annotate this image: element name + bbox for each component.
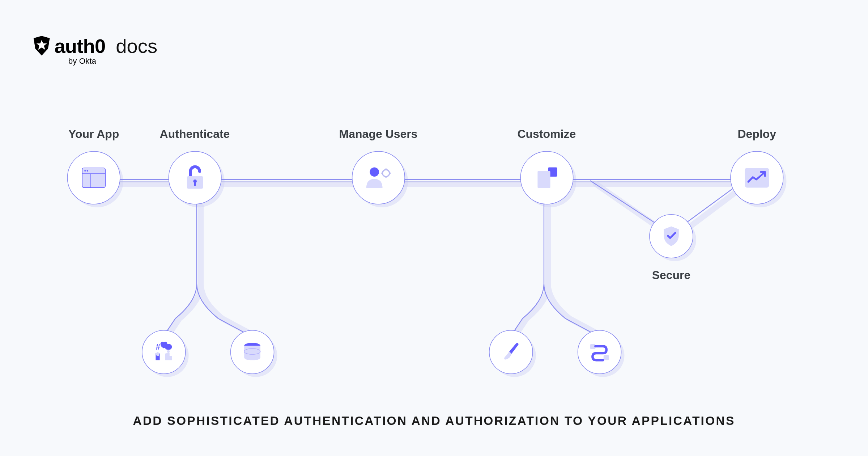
auth0-byline: by Okta	[68, 56, 96, 66]
circle-manage-users	[352, 151, 405, 204]
browser-icon	[81, 167, 106, 189]
label-secure: Secure	[652, 269, 691, 282]
node-database	[230, 330, 275, 374]
node-your-app: Your App	[67, 127, 120, 204]
svg-point-7	[84, 170, 86, 172]
svg-point-12	[370, 167, 379, 177]
shield-check-icon	[661, 225, 681, 247]
circle-deploy	[730, 151, 783, 204]
tagline: ADD SOPHISTICATED AUTHENTICATION AND AUT…	[0, 414, 868, 428]
label-customize: Customize	[517, 127, 576, 141]
svg-line-21	[383, 175, 384, 176]
node-manage-users: Manage Users	[339, 127, 418, 204]
label-your-app: Your App	[68, 127, 119, 141]
label-manage-users: Manage Users	[339, 127, 418, 141]
label-deploy: Deploy	[737, 127, 776, 141]
node-social: #	[142, 330, 186, 374]
logo-block: auth0 by Okta docs	[33, 35, 158, 66]
circle-authenticate	[168, 151, 221, 204]
svg-point-8	[87, 170, 88, 172]
node-brand	[489, 330, 533, 374]
node-authenticate: Authenticate	[160, 127, 230, 204]
node-secure: Secure	[649, 214, 693, 282]
flow-icon	[588, 342, 611, 363]
docs-label: docs	[116, 35, 157, 57]
circle-flow	[578, 330, 622, 374]
paintbrush-icon	[501, 341, 521, 363]
user-gear-icon	[364, 165, 393, 190]
svg-point-28	[167, 350, 170, 353]
auth0-shield-icon	[33, 35, 51, 56]
flow-diagram: Your App Authenticate	[58, 116, 810, 388]
auth0-wordmark: auth0	[54, 35, 105, 57]
auth0-logo: auth0 by Okta	[33, 35, 106, 66]
circle-brand	[489, 330, 533, 374]
chart-arrow-icon	[744, 167, 770, 189]
svg-rect-23	[537, 171, 550, 188]
node-customize: Customize	[517, 127, 576, 204]
svg-line-20	[388, 170, 389, 171]
svg-rect-11	[194, 182, 196, 186]
label-authenticate: Authenticate	[160, 127, 230, 141]
circle-customize	[520, 151, 573, 204]
unlock-icon	[183, 164, 207, 191]
node-deploy: Deploy	[730, 127, 783, 204]
svg-line-19	[388, 175, 389, 176]
svg-text:#: #	[156, 342, 160, 351]
circle-secure	[649, 214, 693, 258]
svg-rect-24	[745, 168, 769, 187]
node-flow	[578, 330, 622, 374]
svg-line-18	[383, 170, 384, 171]
shapes-icon	[534, 165, 559, 190]
circle-social: #	[142, 330, 186, 374]
circle-your-app	[67, 151, 120, 204]
svg-rect-32	[604, 355, 609, 360]
circle-database	[230, 330, 275, 374]
social-icons-icon: #	[152, 342, 175, 363]
database-icon	[242, 342, 262, 363]
